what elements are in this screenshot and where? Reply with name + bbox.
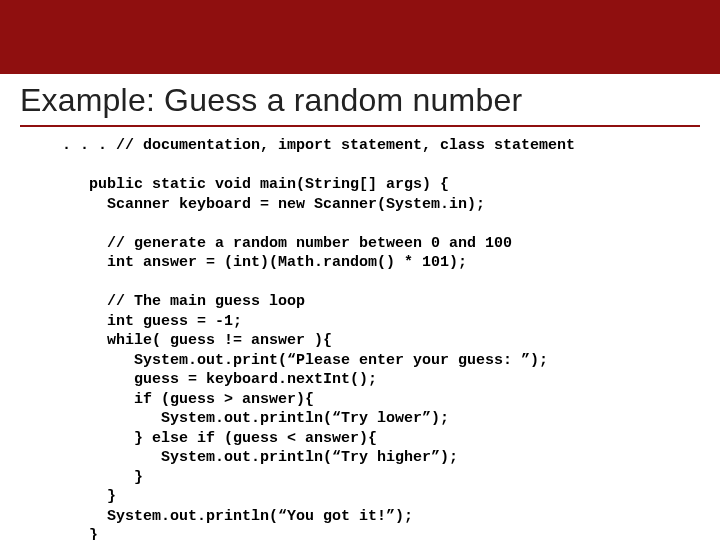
slide: Example: Guess a random number . . . // … [0, 0, 720, 540]
slide-title: Example: Guess a random number [20, 82, 700, 127]
code-example: . . . // documentation, import statement… [62, 136, 696, 540]
header-band [0, 0, 720, 74]
